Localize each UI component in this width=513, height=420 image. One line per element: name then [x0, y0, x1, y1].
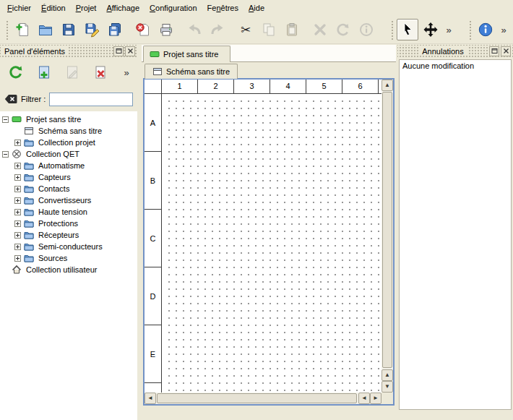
pan-mode-button[interactable]	[420, 19, 441, 40]
horizontal-scrollbar[interactable]: ◄ ◄ ►	[145, 393, 381, 404]
expand-icon[interactable]	[14, 163, 21, 169]
dock-float-button[interactable]	[489, 46, 499, 56]
save-all-button[interactable]	[104, 19, 126, 40]
expand-icon[interactable]	[14, 186, 21, 192]
menu-projet[interactable]: Projet	[71, 1, 102, 14]
delete-element-button[interactable]	[90, 61, 111, 83]
expand-icon[interactable]	[14, 255, 21, 262]
scroll-left-icon[interactable]: ◄	[145, 393, 156, 404]
tools-overflow-button[interactable]: »	[443, 19, 454, 40]
tree-item-label: Convertisseurs	[37, 196, 92, 205]
tree-item-convertisseurs[interactable]: Convertisseurs	[0, 194, 137, 206]
tree-item-sources[interactable]: Sources	[0, 252, 137, 264]
info-gray-icon	[358, 22, 374, 38]
menu-aide[interactable]: Aide	[243, 1, 270, 14]
element-delete-icon	[92, 64, 108, 80]
about-button[interactable]	[475, 19, 496, 40]
menu-affichage[interactable]: Affichage	[101, 1, 145, 14]
scroll-up-alt-icon[interactable]: ▲	[381, 369, 393, 381]
tree-item-haute-tension[interactable]: Haute tension	[0, 206, 137, 218]
toolbar-grip[interactable]	[390, 20, 394, 40]
menu-edition[interactable]: Édition	[36, 1, 71, 14]
toolbar-group-doc	[132, 19, 178, 40]
scroll-down-icon[interactable]: ▼	[381, 381, 393, 393]
folder-icon	[24, 218, 34, 228]
folder-icon	[24, 184, 34, 194]
undo-panel-titlebar[interactable]: Annulations	[397, 45, 513, 57]
folder-icon	[24, 195, 34, 205]
tree-item-projet-sans-titre[interactable]: Projet sans titre	[0, 113, 137, 125]
hscroll-thumb[interactable]	[157, 393, 357, 403]
element-new-icon	[36, 64, 52, 80]
new-element-button[interactable]	[33, 61, 55, 83]
tree-item-contacts[interactable]: Contacts	[0, 183, 137, 194]
close-document-button[interactable]	[132, 19, 154, 40]
floppy-all-icon	[107, 22, 123, 38]
expand-icon[interactable]	[14, 197, 21, 204]
cut-button[interactable]: ✂	[235, 19, 256, 40]
toolbar-grip[interactable]	[468, 20, 472, 40]
reload-collections-button[interactable]	[5, 61, 27, 83]
expand-icon[interactable]	[14, 174, 21, 181]
scroll-up-icon[interactable]: ▲	[381, 80, 393, 91]
scroll-right-icon[interactable]: ►	[370, 393, 381, 404]
elements-panel-titlebar[interactable]: Panel d'éléments	[0, 45, 137, 57]
redo-button	[207, 19, 228, 40]
vertical-scrollbar[interactable]: ▲ ▲ ▼	[381, 80, 393, 393]
tree-item-collection-qet[interactable]: Collection QET	[0, 148, 137, 160]
panel-overflow-button[interactable]: »	[121, 61, 132, 83]
delete-button	[309, 19, 331, 40]
expand-icon[interactable]	[14, 232, 21, 239]
select-mode-button[interactable]	[397, 19, 418, 40]
move-icon	[423, 22, 439, 38]
tree-item-semi-conducteurs[interactable]: Semi-conducteurs	[0, 241, 137, 252]
toolbar-grip[interactable]	[5, 20, 9, 40]
menu-configuration[interactable]: Configuration	[145, 1, 202, 14]
project-icon	[150, 49, 160, 59]
qet-icon	[12, 149, 22, 159]
floppy-icon	[61, 22, 77, 38]
save-button[interactable]	[58, 19, 79, 40]
save-as-button[interactable]	[81, 19, 103, 40]
diagram-canvas[interactable]	[163, 95, 381, 393]
open-document-button[interactable]	[35, 19, 56, 40]
tree-item-label: Récepteurs	[37, 231, 80, 239]
home-icon	[12, 265, 22, 275]
tab-diagram[interactable]: Schéma sans titre	[145, 64, 238, 79]
menu-fichier[interactable]: Fichier	[2, 1, 36, 14]
new-document-button[interactable]	[12, 19, 33, 40]
clear-filter-icon[interactable]	[4, 93, 17, 106]
vscroll-thumb[interactable]	[382, 92, 392, 368]
tree-item-collection-utilisateur[interactable]: Collection utilisateur	[0, 264, 137, 275]
expand-icon[interactable]	[14, 140, 21, 146]
collapse-icon[interactable]	[2, 151, 9, 158]
column-ruler: 123456	[162, 80, 381, 94]
tree-item-capteurs[interactable]: Capteurs	[0, 171, 137, 183]
menu-fenetres[interactable]: Fenêtres	[202, 1, 243, 14]
scissors-icon: ✂	[241, 24, 251, 36]
expand-icon[interactable]	[14, 220, 21, 227]
tab-project[interactable]: Projet sans titre	[143, 46, 230, 62]
scroll-left-alt-icon[interactable]: ◄	[358, 393, 370, 404]
dock-close-button[interactable]	[501, 46, 511, 56]
toolbar-group-file	[3, 19, 126, 40]
tree-item-protections[interactable]: Protections	[0, 218, 137, 229]
tab-diagram-label: Schéma sans titre	[166, 67, 230, 76]
help-overflow-button[interactable]: »	[498, 19, 509, 40]
expand-icon[interactable]	[14, 244, 21, 250]
tree-item-collection-projet[interactable]: Collection projet	[0, 137, 137, 148]
diagram-viewport: 123456 ABCDE	[145, 80, 381, 393]
expand-icon[interactable]	[14, 209, 21, 215]
ruler-column-3: 3	[234, 80, 270, 93]
tree-item-automatisme[interactable]: Automatisme	[0, 160, 137, 171]
close-icon	[503, 48, 509, 54]
collapse-icon[interactable]	[2, 116, 9, 123]
undo-list-item[interactable]: Aucune modification	[400, 60, 511, 72]
tree-item-recepteurs[interactable]: Récepteurs	[0, 229, 137, 241]
folder-icon	[24, 207, 34, 217]
tree-item-schema-sans-titre[interactable]: Schéma sans titre	[0, 125, 137, 137]
dock-float-button[interactable]	[113, 46, 124, 56]
dock-close-button[interactable]	[125, 46, 135, 56]
print-button[interactable]	[155, 19, 177, 40]
filter-input[interactable]	[49, 93, 133, 106]
